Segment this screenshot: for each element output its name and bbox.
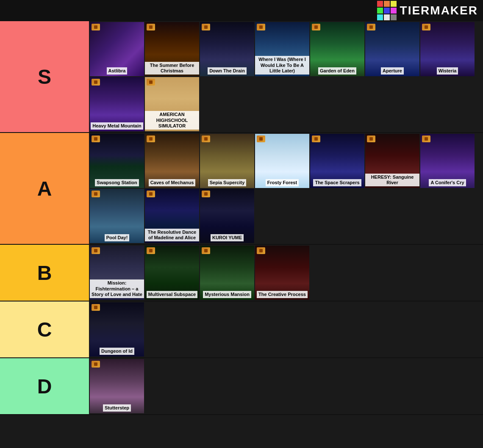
logo-cell [391, 14, 397, 20]
item-label: Multiversal Subspace [147, 291, 198, 298]
tier-item-mysterious[interactable]: Mysterious Mansion [200, 246, 254, 300]
logo-cell [384, 1, 390, 7]
cassette-icon [92, 136, 100, 142]
tier-item-kuroi[interactable]: KUROI YUME [200, 189, 254, 243]
cassette-icon [257, 24, 265, 30]
tier-item-resolutive[interactable]: The Resolutive Dance of Madeline and Ali… [145, 189, 199, 243]
item-label: The Summer Before Christmas [145, 62, 199, 75]
tier-label-B: B [0, 245, 89, 301]
tier-item-conifer[interactable]: A Conifer's Cry [420, 134, 475, 188]
item-label: A Conifer's Cry [429, 179, 466, 186]
tiermaker-logo-text: TiERMAKER [400, 4, 478, 17]
tier-row-B: BMission: Fishtermination – a Story of L… [0, 245, 483, 301]
item-label: Aperture [381, 67, 404, 75]
item-label: Sepia Supercity [208, 179, 247, 186]
cassette-icon [422, 136, 430, 142]
item-label: The Creative Process [257, 291, 308, 298]
cassette-icon [257, 247, 265, 254]
cassette-icon [257, 136, 265, 142]
item-label: Swapsong Station [95, 179, 139, 186]
tier-item-american[interactable]: AMERICAN HIGHSCHOOL SIMULATOR [145, 77, 199, 131]
logo-cell [377, 14, 383, 20]
cassette-icon [92, 304, 100, 311]
logo-cell [377, 1, 383, 7]
cassette-icon [202, 24, 210, 30]
tier-item-drain[interactable]: Down The Drain [200, 22, 254, 76]
item-label: Wisteria [437, 67, 458, 75]
tier-label-D: D [0, 358, 89, 414]
tier-item-heavymetal[interactable]: Heavy Metal Mountain [90, 77, 144, 131]
tier-item-spacescrapers[interactable]: The Space Scrapers [310, 134, 364, 188]
cassette-icon [92, 247, 100, 254]
item-label: Garden of Eden [318, 67, 356, 75]
header-bar: TiERMAKER [0, 0, 483, 21]
tier-items-B: Mission: Fishtermination – a Story of Lo… [89, 245, 483, 301]
tier-item-swapsong[interactable]: Swapsong Station [90, 134, 144, 188]
logo-cell [391, 1, 397, 7]
cassette-icon [92, 24, 100, 30]
cassette-icon [92, 191, 100, 197]
logo-cell [384, 14, 390, 20]
cassette-icon [312, 136, 320, 142]
tier-rows-container: SAstlibraThe Summer Before ChristmasDown… [0, 21, 483, 415]
cassette-icon [202, 191, 210, 197]
tier-label-A: A [0, 133, 89, 244]
logo-grid [377, 1, 397, 20]
item-label: Stutterstep [103, 404, 131, 412]
logo-cell [391, 8, 397, 14]
cassette-icon [147, 191, 155, 197]
cassette-icon [202, 247, 210, 254]
tier-item-dungeon[interactable]: Dungeon of Id [90, 302, 144, 357]
item-label: Heavy Metal Mountain [91, 122, 143, 130]
tier-item-mission[interactable]: Mission: Fishtermination – a Story of Lo… [90, 246, 144, 300]
item-label: AMERICAN HIGHSCHOOL SIMULATOR [145, 111, 199, 130]
item-label: Pool Day! [105, 234, 130, 241]
item-label: The Space Scrapers [313, 179, 361, 186]
item-label: Down The Drain [208, 67, 247, 75]
tier-row-A: ASwapsong StationCaves of MechanusSepia … [0, 133, 483, 245]
tier-item-poolday[interactable]: Pool Day! [90, 189, 144, 243]
cassette-icon [147, 79, 155, 86]
tier-item-wisteria[interactable]: Wisteria [420, 22, 475, 76]
tier-item-frosty[interactable]: Frosty Forest [255, 134, 309, 188]
cassette-icon [422, 24, 430, 30]
logo-cell [377, 8, 383, 14]
cassette-icon [147, 136, 155, 142]
tier-item-multiversal[interactable]: Multiversal Subspace [145, 246, 199, 300]
item-label: The Resolutive Dance of Madeline and Ali… [145, 229, 199, 241]
cassette-icon [202, 136, 210, 142]
tier-items-A: Swapsong StationCaves of MechanusSepia S… [89, 133, 483, 244]
cassette-icon [367, 136, 375, 142]
cassette-icon [147, 247, 155, 254]
tier-item-stutterstep[interactable]: Stutterstep [90, 359, 144, 413]
cassette-icon [147, 24, 155, 30]
cassette-icon [92, 361, 100, 368]
tier-item-heresy[interactable]: HERESY: Sanguine River [365, 134, 419, 188]
tier-list: TiERMAKER SAstlibraThe Summer Before Chr… [0, 0, 483, 415]
tiermaker-logo: TiERMAKER [377, 1, 478, 20]
tier-item-garden[interactable]: Garden of Eden [310, 22, 364, 76]
tier-item-sepia[interactable]: Sepia Supercity [200, 134, 254, 188]
tier-item-astlibra[interactable]: Astlibra [90, 22, 144, 76]
tier-row-C: CDungeon of Id [0, 301, 483, 358]
cassette-icon [312, 24, 320, 30]
item-label: Frosty Forest [266, 179, 299, 186]
item-label: KUROI YUME [211, 234, 244, 241]
cassette-icon [92, 79, 100, 86]
item-label: Caves of Mechanus [149, 179, 196, 186]
tier-items-D: Stutterstep [89, 358, 483, 414]
tier-item-summer[interactable]: The Summer Before Christmas [145, 22, 199, 76]
tier-item-whereiwas[interactable]: Where I Was (Where I Would Like To Be A … [255, 22, 309, 76]
item-label: Dungeon of Id [100, 348, 134, 355]
tier-row-D: DStutterstep [0, 358, 483, 415]
tier-label-S: S [0, 21, 89, 132]
tier-item-caves[interactable]: Caves of Mechanus [145, 134, 199, 188]
tier-items-C: Dungeon of Id [89, 301, 483, 357]
item-label: Mysterious Mansion [203, 291, 251, 298]
item-label: Mission: Fishtermination – a Story of Lo… [90, 279, 144, 298]
tier-item-creative[interactable]: The Creative Process [255, 246, 309, 300]
tier-row-S: SAstlibraThe Summer Before ChristmasDown… [0, 21, 483, 133]
tier-item-aperture[interactable]: Aperture [365, 22, 419, 76]
cassette-icon [367, 24, 375, 30]
logo-cell [384, 8, 390, 14]
